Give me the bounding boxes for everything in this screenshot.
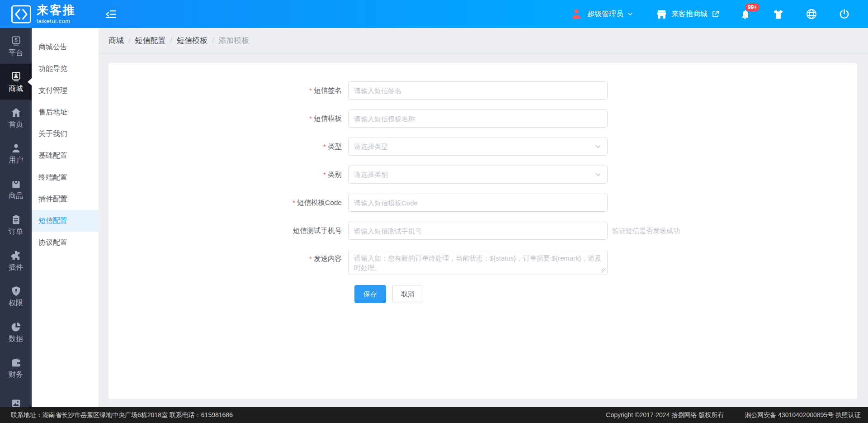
globe-icon[interactable] [806,8,817,20]
avatar-icon [570,8,583,20]
breadcrumb-separator: / [212,37,214,45]
field-label: *短信模板 [108,109,348,128]
rail-item-label: 商品 [9,192,23,200]
rail-item-data[interactable]: 数据 [0,314,32,350]
sidebar-item-payment[interactable]: 支付管理 [32,80,99,101]
chevron-down-icon [594,171,602,178]
rail-item-label: 权限 [9,299,23,307]
field-label: *短信模板Code [108,194,348,212]
footer: 联系地址：湖南省长沙市岳麓区绿地中央广场6栋2018室 联系电话：6159816… [0,407,868,423]
sidebar-item-sms[interactable]: 短信配置 [32,210,99,232]
field-label: *类别 [108,166,348,184]
tshirt-icon[interactable] [772,9,784,20]
sidebar-item-about[interactable]: 关于我们 [32,123,99,145]
left-rail: S平台商城首页用户商品订单插件权限数据财务 [0,28,32,407]
rail-item-label: 数据 [9,335,23,342]
cancel-button[interactable]: 取消 [392,285,423,303]
sidebar-item-guide[interactable]: 功能导览 [32,58,99,80]
power-icon[interactable] [839,8,850,20]
rail-item-label: 插件 [9,264,23,271]
sidebar-item-notice[interactable]: 商城公告 [32,36,99,58]
collapse-menu-icon[interactable] [105,8,117,20]
sms-signature-input[interactable] [348,81,608,100]
rail-item-finance[interactable]: 财务 [0,350,32,385]
breadcrumb-item[interactable]: 短信配置 [135,35,165,46]
form-actions: 保存 取消 [354,285,857,303]
chevron-down-icon [594,143,602,150]
form-row-send-content: *发送内容 [108,250,857,275]
form-row-sms-signature: *短信签名 [108,81,857,100]
rail-item-label: 商城 [9,85,23,92]
rail-item-goods[interactable]: 商品 [0,171,32,207]
external-link-icon [711,10,720,19]
svg-text:S: S [14,38,18,43]
form-row-sms-template: *短信模板 [108,109,857,128]
logo[interactable]: 来客推 laiketui.com [11,4,76,24]
required-asterisk: * [309,255,312,262]
form-row-type: *类型 请选择类型 [108,138,857,156]
rail-item-home[interactable]: 首页 [0,100,32,135]
rail-item-material[interactable] [0,385,32,407]
field-label: *发送内容 [108,250,348,268]
rail-item-plugin[interactable]: 插件 [0,242,32,278]
sms-test-phone-input[interactable] [348,222,608,240]
sidebar-item-terminal[interactable]: 终端配置 [32,166,99,188]
user-menu[interactable]: 超级管理员 [570,8,633,20]
rail-item-platform[interactable]: S平台 [0,28,32,64]
sms-template-input[interactable] [348,109,608,128]
sidebar-item-label: 插件配置 [38,195,67,204]
sidebar-item-aftersale[interactable]: 售后地址 [32,101,99,123]
sidebar-item-label: 终端配置 [38,173,67,182]
rail-item-permission[interactable]: 权限 [0,278,32,314]
breadcrumb-item[interactable]: 商城 [108,35,124,46]
form-row-sms-test-phone: 短信测试手机号验证短信是否发送成功 [108,222,857,240]
field-control [348,250,608,275]
sms-template-code-input[interactable] [348,194,608,212]
rail-item-label: 订单 [9,228,23,235]
field-control: 请选择类别 [348,166,608,184]
footer-contact: 联系地址：湖南省长沙市岳麓区绿地中央广场6栋2018室 联系电话：6159816… [11,411,233,419]
footer-license: 湘公网安备 43010402000895号 执照认证 [745,411,861,419]
rail-item-label: 财务 [9,371,23,378]
breadcrumb-item[interactable]: 短信模板 [177,35,208,46]
main-row: S平台商城首页用户商品订单插件权限数据财务 商城公告功能导览支付管理售后地址关于… [0,28,868,407]
category-select[interactable]: 请选择类别 [348,166,608,184]
form-card: *短信签名*短信模板*类型 请选择类型 *类别 请选择类别 *短信模板Code短… [108,63,857,399]
breadcrumb: 商城/短信配置/短信模板/添加模板 [99,28,868,53]
logo-subtitle: laiketui.com [37,18,76,24]
sidebar-item-label: 关于我们 [38,129,67,139]
notification-badge: 99+ [745,3,760,11]
card-wrap: *短信签名*短信模板*类型 请选择类型 *类别 请选择类别 *短信模板Code短… [99,53,868,407]
field-label: *类型 [108,138,348,156]
sidebar-item-label: 基础配置 [38,151,67,161]
sidebar-item-basic[interactable]: 基础配置 [32,145,99,166]
field-label: *短信签名 [108,81,348,100]
home-icon [10,107,22,118]
breadcrumb-item: 添加模板 [218,35,249,46]
rail-item-label: 平台 [9,49,23,57]
shop-icon [656,9,667,20]
required-asterisk: * [323,171,326,178]
resize-handle-icon[interactable] [601,268,606,273]
rail-item-order[interactable]: 订单 [0,207,32,242]
send-content-textarea[interactable] [348,250,608,275]
sidebar-item-label: 商城公告 [38,43,67,52]
save-button[interactable]: 保存 [354,285,386,303]
type-select[interactable]: 请选择类型 [348,138,608,156]
sms-template-form: *短信签名*短信模板*类型 请选择类型 *类别 请选择类别 *短信模板Code短… [108,81,857,275]
sidebar-item-agreement[interactable]: 协议配置 [32,232,99,253]
sidebar-item-label: 短信配置 [38,216,67,226]
select-placeholder: 请选择类别 [354,171,388,179]
mall-icon [10,71,22,82]
data-icon [10,321,22,333]
rail-item-mall[interactable]: 商城 [0,64,32,100]
rail-item-user[interactable]: 用户 [0,135,32,171]
bell-icon[interactable]: 99+ [740,9,750,20]
sidebar-item-plugin[interactable]: 插件配置 [32,188,99,210]
field-label: 短信测试手机号 [108,222,348,240]
material-icon [10,398,22,407]
required-asterisk: * [323,143,326,150]
shop-link[interactable]: 来客推商城 [656,9,720,20]
user-icon [10,143,22,154]
platform-icon: S [10,35,22,47]
